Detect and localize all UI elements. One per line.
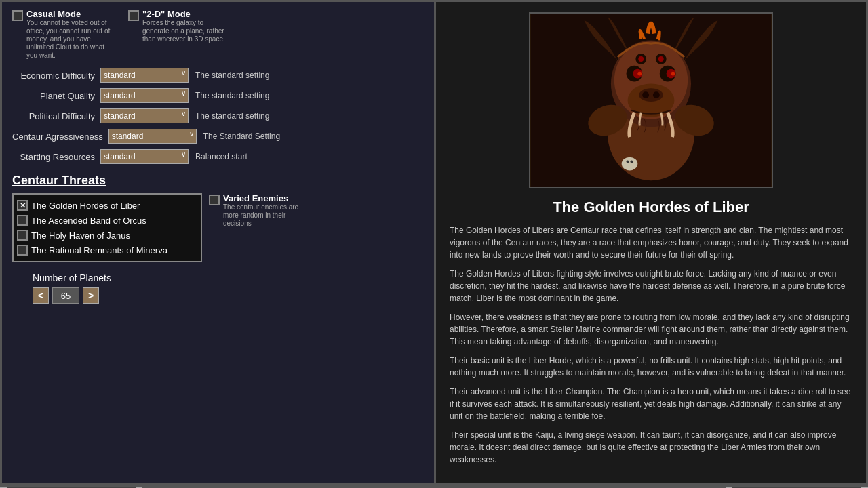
mode-2d-label: "2-D" Mode — [142, 9, 231, 19]
threat-label-2: The Holy Haven of Janus — [31, 230, 130, 241]
starting-resources-label: Starting Resources — [12, 152, 100, 162]
threat-label-3: The Rational Remnants of Minerva — [31, 245, 167, 256]
planet-quality-wrapper: standard low high — [100, 88, 189, 103]
planets-section: Number of Planets < 65 > — [12, 272, 424, 304]
planets-increase-button[interactable]: > — [83, 287, 99, 304]
threat-checkbox-1[interactable] — [17, 215, 28, 226]
svg-point-17 — [653, 92, 660, 98]
economic-difficulty-select[interactable]: standard easy hard — [100, 68, 189, 83]
political-difficulty-row: Political Difficulty standard easy hard … — [12, 108, 424, 123]
starting-resources-desc: Balanced start — [195, 152, 248, 161]
creature-desc-0: The Golden Hordes of Libers are Centaur … — [450, 224, 852, 261]
planets-counter: < 65 > — [12, 287, 424, 304]
planet-quality-label: Planet Quality — [12, 91, 100, 101]
planet-quality-desc: The standard setting — [195, 91, 269, 100]
mode-2d-checkbox[interactable] — [128, 10, 139, 21]
centaur-aggressiveness-desc: The Standard Setting — [203, 131, 280, 141]
svg-point-12 — [638, 56, 644, 62]
centaur-threats-box: The Golden Hordes of Liber The Ascended … — [12, 193, 202, 262]
creature-svg — [530, 14, 772, 187]
creature-desc-1: The Golden Hordes of Libers fighting sty… — [450, 268, 852, 304]
casual-mode-label: Casual Mode — [26, 9, 115, 19]
svg-point-16 — [642, 92, 649, 98]
main-container: Casual Mode You cannot be voted out of o… — [0, 0, 868, 488]
svg-point-13 — [658, 56, 664, 62]
planet-quality-row: Planet Quality standard low high The sta… — [12, 88, 424, 103]
economic-difficulty-desc: The standard setting — [195, 70, 269, 80]
threat-label-1: The Ascended Band of Orcus — [31, 216, 146, 226]
political-difficulty-select[interactable]: standard easy hard — [100, 108, 189, 123]
casual-mode-item[interactable]: Casual Mode You cannot be voted out of o… — [12, 9, 115, 60]
creature-desc-4: Their advanced unit is the Liber Champio… — [450, 386, 852, 422]
creature-title: The Golden Hordes of Liber — [450, 199, 852, 216]
svg-point-20 — [622, 157, 638, 171]
political-difficulty-wrapper: standard easy hard — [100, 108, 189, 123]
svg-point-9 — [671, 72, 675, 76]
bottom-bar: Confirm — [0, 485, 868, 488]
centaur-aggressiveness-row: Centaur Agressiveness standard low high … — [12, 129, 424, 144]
creature-desc-2: However, there weakness is that they are… — [450, 311, 852, 348]
creature-desc-5: Their special unit is the Kaiju, a livin… — [450, 429, 852, 466]
threat-item-2[interactable]: The Holy Haven of Janus — [17, 228, 197, 243]
svg-point-8 — [637, 72, 642, 76]
casual-mode-desc: You cannot be voted out of office, you c… — [26, 19, 115, 60]
varied-enemies-label: Varied Enemies — [223, 193, 311, 203]
threat-label-0: The Golden Hordes of Liber — [31, 201, 140, 211]
economic-difficulty-wrapper: standard easy hard — [100, 68, 189, 83]
threat-item-0[interactable]: The Golden Hordes of Liber — [17, 198, 197, 213]
planets-decrease-button[interactable]: < — [33, 287, 49, 304]
political-difficulty-desc: The standard setting — [195, 111, 269, 121]
political-difficulty-label: Political Difficulty — [12, 111, 100, 121]
varied-enemies-checkbox[interactable] — [209, 195, 220, 205]
threat-item-1[interactable]: The Ascended Band of Orcus — [17, 213, 197, 228]
right-panel: The Golden Hordes of Liber The Golden Ho… — [436, 2, 866, 483]
starting-resources-select[interactable]: standard low high — [100, 149, 189, 164]
creature-desc-3: Their basic unit is the Liber Horde, whi… — [450, 354, 852, 379]
planets-label: Number of Planets — [12, 272, 424, 283]
mode-2d-desc: Forces the galaxy to generate on a plane… — [142, 19, 231, 43]
starting-resources-row: Starting Resources standard low high Bal… — [12, 149, 424, 164]
centaur-aggressiveness-label: Centaur Agressiveness — [12, 131, 108, 142]
mode-2d-item[interactable]: "2-D" Mode Forces the galaxy to generate… — [128, 9, 231, 60]
centaur-aggressiveness-select[interactable]: standard low high — [108, 129, 197, 144]
threat-checkbox-0[interactable] — [17, 200, 28, 211]
economic-difficulty-row: Economic Difficulty standard easy hard T… — [12, 68, 424, 83]
economic-difficulty-label: Economic Difficulty — [12, 70, 100, 81]
svg-point-21 — [627, 161, 629, 163]
threat-checkbox-3[interactable] — [17, 245, 28, 256]
varied-enemies-desc: The centaur enemies are more random in t… — [223, 203, 311, 228]
casual-mode-checkbox[interactable] — [12, 10, 23, 21]
planets-value: 65 — [52, 287, 79, 304]
creature-image-container — [450, 12, 852, 188]
creature-image — [529, 12, 773, 188]
threat-item-3[interactable]: The Rational Remnants of Minerva — [17, 243, 197, 258]
threat-checkbox-2[interactable] — [17, 230, 28, 241]
svg-point-22 — [630, 161, 633, 163]
centaur-threats-title: Centaur Threats — [12, 174, 424, 188]
content-area: Casual Mode You cannot be voted out of o… — [0, 0, 868, 485]
left-panel: Casual Mode You cannot be voted out of o… — [2, 2, 436, 483]
top-checkboxes-row: Casual Mode You cannot be voted out of o… — [12, 9, 424, 60]
planet-quality-select[interactable]: standard low high — [100, 88, 189, 103]
centaur-aggressiveness-wrapper: standard low high — [108, 129, 197, 144]
threats-row: The Golden Hordes of Liber The Ascended … — [12, 193, 424, 262]
starting-resources-wrapper: standard low high — [100, 149, 189, 164]
varied-enemies-box[interactable]: Varied Enemies The centaur enemies are m… — [209, 193, 311, 228]
